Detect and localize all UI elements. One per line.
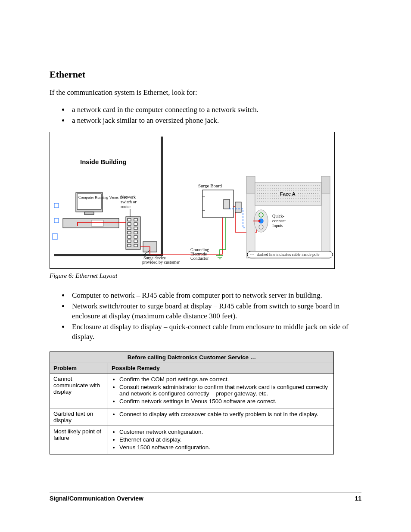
svg-rect-16 bbox=[128, 231, 131, 234]
label-face-a: Face A bbox=[280, 191, 296, 196]
table-title: Before calling Daktronics Customer Servi… bbox=[50, 352, 334, 363]
remedy-cell: Connect to display with crossover cable … bbox=[108, 408, 334, 426]
svg-rect-8 bbox=[53, 233, 57, 240]
diagram-svg: Inside Building Computer Running Venus 1… bbox=[50, 132, 334, 268]
svg-rect-21 bbox=[134, 240, 137, 243]
svg-rect-37 bbox=[246, 193, 255, 258]
svg-rect-19 bbox=[134, 236, 137, 238]
svg-rect-13 bbox=[134, 223, 137, 225]
svg-rect-22 bbox=[128, 244, 131, 247]
list-item: Computer to network – RJ45 cable from co… bbox=[69, 291, 361, 301]
label-dashed-note: dashed line indicates cable inside pole bbox=[257, 252, 319, 257]
svg-text:---: --- bbox=[250, 252, 254, 257]
label-surge-device: Surge device provided by customer bbox=[142, 255, 180, 264]
label-surge-board: Surge Board bbox=[198, 183, 222, 188]
problem-cell: Most likely point of failure bbox=[50, 426, 108, 454]
footer-right: 11 bbox=[355, 495, 361, 502]
svg-rect-18 bbox=[128, 236, 131, 238]
table-row: Garbled text on display Connect to displ… bbox=[50, 408, 334, 426]
svg-rect-5 bbox=[91, 220, 103, 226]
remedy-item: Venus 1500 software configuration. bbox=[119, 444, 330, 451]
svg-rect-36 bbox=[246, 176, 255, 193]
figure-caption: Figure 6: Ethernet Layout bbox=[50, 272, 361, 280]
svg-rect-23 bbox=[134, 244, 137, 247]
remedy-item: Consult network administrator to confirm… bbox=[119, 384, 330, 397]
svg-rect-31 bbox=[235, 202, 241, 212]
table-col-remedy: Possible Remedy bbox=[108, 363, 334, 373]
svg-rect-10 bbox=[128, 218, 131, 221]
svg-rect-15 bbox=[134, 227, 137, 230]
remedy-item: Ethernet card at display. bbox=[119, 436, 330, 443]
svg-rect-17 bbox=[134, 231, 137, 234]
svg-rect-28 bbox=[224, 199, 230, 209]
remedy-cell: Customer network configuration. Ethernet… bbox=[108, 426, 334, 454]
remedy-cell: Confirm the COM port settings are correc… bbox=[108, 373, 334, 408]
svg-rect-6 bbox=[54, 203, 59, 208]
label-computer: Computer Running Venus 1500 bbox=[78, 195, 128, 199]
list-item: Network switch/router to surge board at … bbox=[69, 302, 361, 321]
problem-cell: Garbled text on display bbox=[50, 408, 108, 426]
svg-rect-20 bbox=[128, 240, 131, 243]
svg-rect-7 bbox=[54, 218, 59, 223]
svg-rect-4 bbox=[63, 218, 119, 228]
table-row: Most likely point of failure Customer ne… bbox=[50, 426, 334, 454]
list-item: a network card in the computer connectin… bbox=[69, 105, 361, 115]
label-network-switch: Network switch or router bbox=[121, 195, 137, 209]
page: Ethernet If the communication system is … bbox=[0, 0, 411, 532]
troubleshoot-table: Before calling Daktronics Customer Servi… bbox=[50, 352, 334, 454]
svg-rect-39 bbox=[321, 193, 330, 258]
remedy-item: Confirm the COM port settings are correc… bbox=[119, 376, 330, 383]
table-col-problem: Problem bbox=[50, 363, 108, 373]
label-inside-building: Inside Building bbox=[80, 158, 127, 165]
intro-text: If the communication system is Ethernet,… bbox=[50, 88, 361, 97]
problem-cell: Cannot communicate with display bbox=[50, 373, 108, 408]
remedy-item: Customer network configuration. bbox=[119, 429, 330, 435]
list-item: Enclosure at display to display – quick-… bbox=[69, 322, 361, 342]
table-row: Cannot communicate with display Confirm … bbox=[50, 373, 334, 408]
connection-list: Computer to network – RJ45 cable from co… bbox=[50, 291, 361, 342]
page-footer: Signal/Communication Overview 11 bbox=[50, 492, 361, 502]
svg-rect-38 bbox=[321, 176, 330, 193]
svg-rect-14 bbox=[128, 227, 131, 230]
remedy-item: Connect to display with crossover cable … bbox=[119, 411, 330, 417]
label-quick-connect: Quick- connect Inputs bbox=[272, 214, 287, 228]
remedy-item: Confirm network settings in Venus 1500 s… bbox=[119, 398, 330, 404]
look-for-list: a network card in the computer connectin… bbox=[50, 105, 361, 126]
figure-ethernet-layout: Inside Building Computer Running Venus 1… bbox=[50, 132, 335, 269]
svg-rect-11 bbox=[134, 218, 137, 221]
svg-rect-3 bbox=[84, 212, 94, 215]
footer-left: Signal/Communication Overview bbox=[50, 495, 143, 502]
list-item: a network jack similar to an oversized p… bbox=[69, 116, 361, 126]
svg-rect-12 bbox=[128, 223, 131, 225]
section-heading-ethernet: Ethernet bbox=[50, 69, 361, 80]
label-grounding: Grounding Electrode Conductor bbox=[190, 247, 210, 261]
